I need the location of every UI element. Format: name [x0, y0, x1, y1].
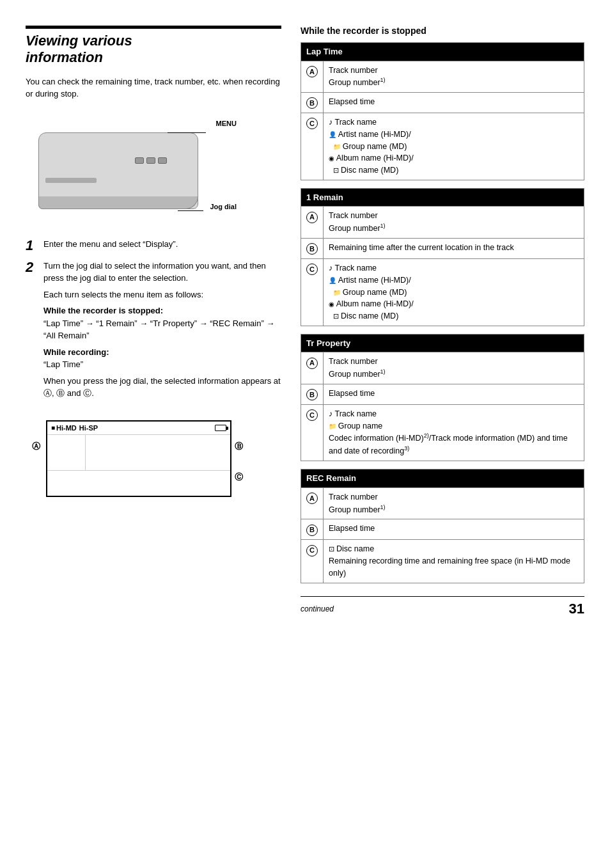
- tr-b-content: Elapsed time: [324, 384, 584, 404]
- jog-line: [178, 210, 203, 211]
- disc-icon: [329, 299, 336, 308]
- hi-md-text: Hi-MD: [56, 424, 77, 432]
- table-row: C Track name Artist name (Hi-MD)/ Group …: [301, 259, 584, 326]
- section-divider: [26, 26, 281, 29]
- label-a: A: [301, 487, 324, 519]
- label-c: C: [301, 404, 324, 461]
- heading-line1: Viewing various: [26, 33, 132, 49]
- right-column: While the recorder is stopped Lap Time A…: [301, 26, 584, 617]
- rec-a-content: Track numberGroup number1): [324, 487, 584, 519]
- step-1-content: Enter the menu and select “Display”.: [43, 238, 178, 251]
- device-illustration: MENU Jog dial: [38, 113, 243, 225]
- display-middle-row: [47, 435, 230, 470]
- device-buttons: [135, 157, 167, 164]
- lap-b-content: Elapsed time: [324, 93, 584, 113]
- note-icon: [329, 409, 335, 418]
- table-row: B Remaining time after the current locat…: [301, 239, 584, 259]
- battery-icon: [215, 425, 226, 431]
- rec-remain-header: REC Remain: [301, 470, 584, 488]
- left-column: Viewing various information You can chec…: [26, 26, 281, 617]
- display-illustration: Ⓐ Ⓑ Ⓒ ■ Hi-MD Hi-SP: [32, 414, 249, 510]
- one-remain-section: 1 Remain A Track numberGroup number1) B …: [301, 188, 584, 326]
- label-c: C: [301, 540, 324, 583]
- note-icon: [329, 264, 335, 272]
- footer-page: 31: [569, 601, 584, 617]
- section-heading: Viewing various information: [26, 33, 281, 67]
- table-header-row: Tr Property: [301, 334, 584, 352]
- disc-sq-icon: [329, 544, 336, 553]
- table-row: C Track name Artist name (Hi-MD)/ Group …: [301, 113, 584, 180]
- lap-time-table: Lap Time A Track numberGroup number1) B …: [301, 42, 584, 180]
- heading-line2: information: [26, 49, 103, 65]
- step-2-content: Turn the jog dial to select the informat…: [43, 260, 281, 404]
- device-btn-1: [135, 157, 144, 164]
- hi-sp-text: Hi-SP: [79, 424, 98, 432]
- table-row: A Track numberGroup number1): [301, 61, 584, 93]
- device-btn-2: [146, 157, 155, 164]
- table-row: A Track numberGroup number1): [301, 487, 584, 519]
- label-a: A: [301, 352, 324, 384]
- note-icon: [329, 118, 335, 127]
- tr-c-content: Track name Group name Codec information …: [324, 404, 584, 461]
- one-remain-b-content: Remaining time after the current locatio…: [324, 239, 584, 259]
- display-bottom-row: [47, 470, 230, 489]
- footer-continued: continued: [301, 604, 334, 613]
- display-top-row: ■ Hi-MD Hi-SP: [47, 422, 230, 435]
- step-2: 2 Turn the jog dial to select the inform…: [26, 260, 281, 404]
- display-a-label: Ⓐ: [32, 441, 40, 452]
- table-row: C Disc name Remaining recording time and…: [301, 540, 584, 583]
- tr-property-table: Tr Property A Track numberGroup number1)…: [301, 334, 584, 461]
- rec-b-content: Elapsed time: [324, 519, 584, 540]
- steps: 1 Enter the menu and select “Display”. 2…: [26, 238, 281, 404]
- step-2-number: 2: [26, 260, 37, 275]
- table-row: C Track name Group name Codec informatio…: [301, 404, 584, 461]
- label-b: B: [301, 239, 324, 259]
- folder-icon: [333, 288, 343, 297]
- label-b: B: [301, 519, 324, 540]
- person-icon: [329, 130, 338, 139]
- person-icon: [329, 276, 338, 285]
- disc-sq-icon: [333, 312, 341, 320]
- lap-c-content: Track name Artist name (Hi-MD)/ Group na…: [324, 113, 584, 180]
- rec-c-content: Disc name Remaining recording time and r…: [324, 540, 584, 583]
- recording-label: While recording:: [43, 347, 109, 357]
- lap-a-content: Track numberGroup number1): [324, 61, 584, 93]
- label-a: A: [301, 61, 324, 93]
- recording-text: “Lap Time”: [43, 359, 83, 369]
- tr-property-section: Tr Property A Track numberGroup number1)…: [301, 334, 584, 461]
- table-header-row: 1 Remain: [301, 188, 584, 207]
- stopped-label: While the recorder is stopped:: [43, 306, 163, 315]
- device-slot: [45, 178, 97, 183]
- table-row: B Elapsed time: [301, 93, 584, 113]
- tr-property-header: Tr Property: [301, 334, 584, 352]
- footer: continued 31: [301, 596, 584, 617]
- label-a: A: [301, 207, 324, 239]
- step-2-p3: When you press the jog dial, the selecte…: [43, 375, 281, 400]
- one-remain-c-content: Track name Artist name (Hi-MD)/ Group na…: [324, 259, 584, 326]
- menu-label: MENU: [216, 120, 237, 127]
- label-b: B: [301, 93, 324, 113]
- lap-time-header: Lap Time: [301, 43, 584, 61]
- device-btn-3: [158, 157, 167, 164]
- step-1: 1 Enter the menu and select “Display”.: [26, 238, 281, 253]
- label-c: C: [301, 113, 324, 180]
- device-bottom: [38, 196, 198, 209]
- display-screen: ■ Hi-MD Hi-SP: [46, 420, 231, 497]
- one-remain-a-content: Track numberGroup number1): [324, 207, 584, 239]
- table-row: B Elapsed time: [301, 519, 584, 540]
- display-b-label: Ⓑ: [235, 441, 243, 452]
- jog-dial-label: Jog dial: [210, 203, 237, 210]
- folder-icon: [329, 422, 338, 430]
- one-remain-header: 1 Remain: [301, 188, 584, 207]
- folder-icon: [333, 142, 343, 151]
- disc-sq-icon: [333, 166, 341, 175]
- table-header-row: Lap Time: [301, 43, 584, 61]
- tr-a-content: Track numberGroup number1): [324, 352, 584, 384]
- one-remain-table: 1 Remain A Track numberGroup number1) B …: [301, 188, 584, 326]
- display-right-box: [86, 435, 230, 470]
- intro-text: You can check the remaining time, track …: [26, 75, 281, 100]
- menu-line: [168, 132, 206, 133]
- table-row: B Elapsed time: [301, 384, 584, 404]
- rec-remain-table: REC Remain A Track numberGroup number1) …: [301, 469, 584, 583]
- label-b: B: [301, 384, 324, 404]
